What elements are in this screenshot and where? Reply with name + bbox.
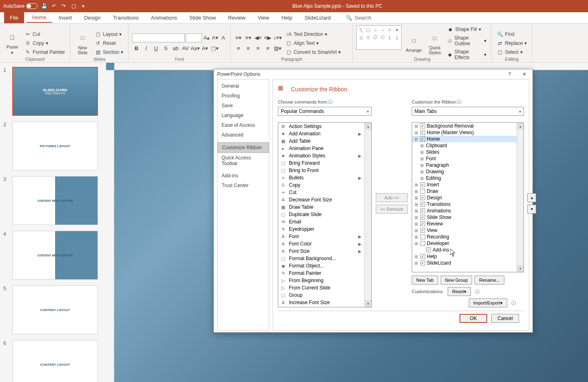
- command-item[interactable]: ▦Draw Table: [278, 203, 371, 211]
- tree-item[interactable]: ⊞✓Animations: [412, 208, 524, 214]
- customize-ribbon-combo[interactable]: Main Tabs: [412, 107, 524, 116]
- tree-item[interactable]: ⊞Clipboard: [412, 142, 524, 149]
- align-text-button[interactable]: ▢Align Text ▾: [284, 39, 342, 47]
- scrollbar[interactable]: ▴ ▾: [364, 123, 371, 307]
- command-item[interactable]: ≡Bullets▶: [278, 174, 371, 181]
- expander-icon[interactable]: ⊞: [414, 215, 419, 220]
- tree-item[interactable]: ⊞✓Transitions: [412, 201, 524, 208]
- new-group-button[interactable]: New Group: [441, 276, 473, 285]
- paste-button[interactable]: 📋 Paste ▾: [3, 25, 21, 61]
- slide-thumb-5[interactable]: 5 CONTENT LAYOUT: [3, 285, 103, 334]
- command-item[interactable]: ▢Bring to Front: [278, 167, 371, 174]
- copy-button[interactable]: ⎘Copy ▾: [23, 39, 67, 47]
- expander-icon[interactable]: ⊞: [414, 196, 419, 200]
- expander-icon[interactable]: ⊞: [414, 202, 419, 207]
- tab-home[interactable]: Home: [27, 13, 52, 23]
- columns-icon[interactable]: ▥▾: [273, 44, 282, 53]
- new-slide-button[interactable]: ▢ New Slide: [73, 25, 91, 61]
- slide-thumb-6[interactable]: 6 CONTENT LAYOUT: [3, 340, 103, 382]
- justify-icon[interactable]: ≡: [263, 44, 272, 53]
- expander-icon[interactable]: ⊞: [414, 241, 419, 246]
- checkbox[interactable]: [420, 234, 425, 239]
- expander-icon[interactable]: ⊞: [414, 261, 419, 265]
- expander-icon[interactable]: ⊟: [414, 137, 419, 141]
- highlight-icon[interactable]: ▢▾: [210, 44, 219, 53]
- sidebar-item-customize-ribbon[interactable]: Customize Ribbon: [217, 142, 269, 153]
- bullets-icon[interactable]: ≡▾: [234, 33, 243, 42]
- rename-button[interactable]: Rename...: [475, 276, 504, 285]
- increase-font-icon[interactable]: A▴: [203, 33, 210, 42]
- command-item[interactable]: AFont Color▶: [278, 240, 371, 247]
- tab-view[interactable]: View: [252, 13, 275, 22]
- reset-button[interactable]: Reset ▾: [448, 287, 471, 296]
- checkbox[interactable]: ✓: [420, 221, 425, 226]
- slide-thumbnail[interactable]: PICTURES LAYOUT: [12, 121, 98, 170]
- checkbox[interactable]: ✓: [420, 137, 425, 141]
- ribbon-tree[interactable]: ⊞✓Background Removal⊞✓Home (Master Views…: [412, 122, 524, 272]
- checkbox[interactable]: ✓: [420, 195, 425, 200]
- expander-icon[interactable]: ⊞: [414, 124, 419, 128]
- scroll-down-icon[interactable]: ▾: [365, 300, 371, 307]
- info-icon[interactable]: ⓘ: [511, 300, 516, 306]
- command-item[interactable]: ◆Format Object...: [278, 262, 371, 269]
- find-button[interactable]: 🔍Find: [495, 30, 528, 38]
- ok-button[interactable]: OK: [459, 314, 487, 323]
- text-shadow-icon[interactable]: ab: [171, 44, 180, 53]
- checkbox[interactable]: ✓: [420, 124, 425, 128]
- slide-thumbnails-panel[interactable]: 1 SLIDELIZARDFREE TEMPLATE 2 PICTURES LA…: [0, 63, 106, 382]
- bold-icon[interactable]: B: [132, 44, 141, 53]
- replace-button[interactable]: ⇄Replace ▾: [495, 39, 528, 47]
- undo-icon[interactable]: ↶: [51, 3, 57, 9]
- autosave-toggle[interactable]: AutoSave: [3, 3, 38, 9]
- tree-item[interactable]: ⊞Drawing: [412, 168, 524, 175]
- numbering-icon[interactable]: ≡▾: [244, 33, 253, 42]
- tab-review[interactable]: Review: [222, 13, 251, 22]
- tree-item[interactable]: ⊟✓Home: [412, 136, 524, 142]
- command-item[interactable]: ⎘Copy: [278, 181, 371, 189]
- slide-thumbnail[interactable]: SLIDELIZARDFREE TEMPLATE: [12, 67, 98, 116]
- character-spacing-icon[interactable]: AV: [181, 44, 190, 53]
- command-item[interactable]: AFont▶: [278, 233, 371, 240]
- command-item[interactable]: ⚙Action Settings: [278, 123, 371, 130]
- import-export-button[interactable]: Import/Export ▾: [469, 298, 507, 307]
- sidebar-item-advanced[interactable]: Advanced: [217, 130, 269, 140]
- sidebar-item-ease[interactable]: Ease of Access: [217, 120, 269, 130]
- info-icon[interactable]: ⓘ: [475, 289, 479, 295]
- tree-item[interactable]: ⊞✓Review: [412, 221, 524, 227]
- checkbox[interactable]: ✓: [420, 228, 425, 233]
- start-from-beginning-icon[interactable]: ▢: [70, 3, 77, 9]
- slide-thumbnail[interactable]: CONTENT WITH CAPTION: [12, 231, 98, 280]
- cut-button[interactable]: ✂Cut: [23, 30, 67, 38]
- command-item[interactable]: AIncrease Font Size: [278, 299, 371, 306]
- command-item[interactable]: ▢Bring Forward: [278, 159, 371, 167]
- move-up-button[interactable]: ▴: [527, 193, 536, 202]
- italic-icon[interactable]: I: [142, 44, 151, 53]
- tree-item[interactable]: ⊞Developer: [412, 240, 524, 247]
- tab-animations[interactable]: Animations: [145, 13, 183, 22]
- expander-icon[interactable]: ⊞: [414, 130, 419, 135]
- font-family-combo[interactable]: [132, 33, 185, 42]
- checkbox[interactable]: ✓: [420, 254, 425, 259]
- quick-styles-button[interactable]: ▢ Quick Styles: [426, 25, 444, 61]
- checkbox[interactable]: ✓: [420, 202, 425, 207]
- tab-help[interactable]: Help: [276, 13, 298, 22]
- command-item[interactable]: ✂Cut: [278, 189, 371, 196]
- new-tab-button[interactable]: New Tab: [412, 276, 438, 285]
- command-item[interactable]: ▷From Current Slide: [278, 284, 371, 291]
- sidebar-item-qat[interactable]: Quick Access Toolbar: [217, 153, 269, 168]
- sidebar-item-language[interactable]: Language: [217, 110, 269, 120]
- tree-item[interactable]: ⊞✓SlideLizard: [412, 260, 524, 266]
- tree-item[interactable]: ⊞✓View: [412, 227, 524, 234]
- arrange-button[interactable]: ▢ Arrange: [403, 25, 424, 61]
- checkbox[interactable]: ✓: [420, 261, 425, 265]
- command-item[interactable]: ✎Format Painter: [278, 269, 371, 277]
- command-item[interactable]: ▢Duplicate Slide: [278, 211, 371, 218]
- tree-item[interactable]: ⊞Font: [412, 155, 524, 162]
- slide-thumb-4[interactable]: 4 CONTENT WITH CAPTION: [3, 231, 103, 280]
- expander-icon[interactable]: ⊞: [419, 144, 424, 148]
- shapes-gallery[interactable]: ╲ ▢ ○ → ☆ ▾ △ ◇ ⬡ ⬠ { }: [356, 25, 402, 50]
- command-item[interactable]: ✉Email: [278, 218, 371, 225]
- expander-icon[interactable]: ⊞: [419, 150, 424, 155]
- slide-thumbnail[interactable]: CONTENT LAYOUT: [12, 285, 98, 334]
- slide-thumbnail[interactable]: CONTENT WITH CAPTION: [12, 176, 98, 225]
